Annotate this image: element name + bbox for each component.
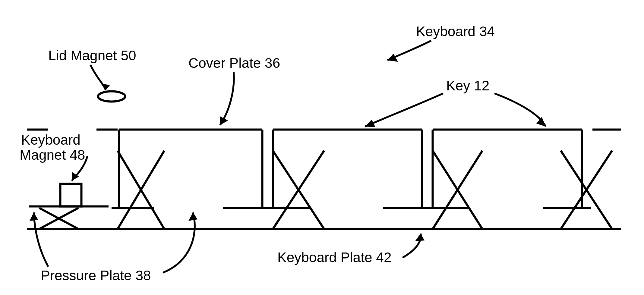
lid-magnet: [98, 91, 125, 102]
key-2: [265, 130, 431, 229]
leader-pressure-plate: [34, 212, 48, 267]
label-kbd-magnet-2: Magnet 48: [20, 147, 85, 163]
arrowhead-pressure-plate-2: [188, 212, 197, 221]
arrowhead-key-right: [536, 117, 546, 127]
label-cover-plate: Cover Plate 36: [188, 55, 280, 71]
label-kbd-magnet-1: Keyboard: [21, 132, 80, 148]
arrowhead-lid-magnet: [101, 84, 110, 90]
label-pressure-plate: Pressure Plate 38: [41, 268, 151, 283]
leader-cover-plate: [220, 72, 234, 125]
key-1: [112, 130, 271, 229]
arrowhead-pressure-plate: [30, 212, 38, 221]
magnet-assembly: [29, 184, 109, 229]
label-keyboard: Keyboard 34: [416, 24, 495, 39]
svg-rect-29: [60, 184, 81, 206]
label-lid-magnet: Lid Magnet 50: [48, 48, 136, 63]
label-key: Key 12: [446, 78, 489, 93]
leader-pressure-plate-2: [163, 212, 195, 273]
leader-key-left: [365, 93, 443, 127]
keyboard-diagram: Lid Magnet 50 Cover Plate 36 Keyboard 34…: [0, 0, 644, 295]
label-keyboard-plate: Keyboard Plate 42: [277, 249, 392, 265]
arrowhead-keyboard-plate: [415, 234, 425, 241]
key-3: [425, 130, 612, 229]
